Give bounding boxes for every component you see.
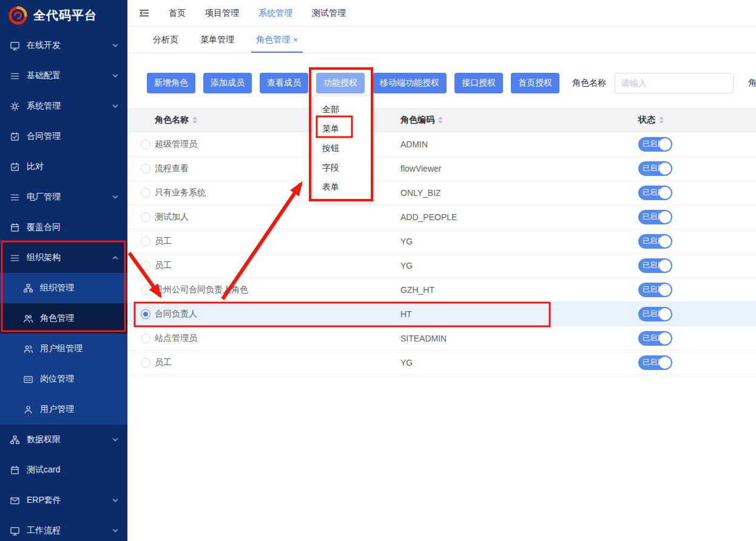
sort-carets-icon[interactable] (659, 116, 664, 124)
dropdown-item-按钮[interactable]: 按钮 (314, 139, 372, 158)
topnav-item-项目管理[interactable]: 项目管理 (195, 8, 249, 19)
table-row-HT[interactable]: 合同负责人HT已启用 (127, 302, 756, 326)
sort-carets-icon[interactable] (192, 116, 197, 124)
sidebar-item-label: 合同管理 (27, 131, 119, 142)
page-tabbar: 分析页菜单管理角色管理× (127, 27, 756, 53)
row-radio[interactable] (141, 164, 150, 173)
dropdown-item-字段[interactable]: 字段 (314, 158, 372, 178)
table-row-ADMIN[interactable]: 超级管理员ADMIN已启用 (127, 132, 756, 156)
dropdown-item-表单[interactable]: 表单 (314, 178, 372, 197)
status-toggle[interactable]: 已启用 (638, 137, 672, 152)
mail-icon (10, 496, 20, 506)
tab-角色管理[interactable]: 角色管理× (245, 27, 309, 53)
role-name-cell: 贵州公司合同负责人角色 (155, 284, 400, 295)
chevron-down-icon (112, 436, 119, 443)
table-row-ONLY_BIZ[interactable]: 只有业务系统ONLY_BIZ已启用 (127, 181, 756, 205)
button-移动端功能授权[interactable]: 移动端功能授权 (373, 73, 447, 93)
status-cell: 已启用 (638, 355, 756, 370)
sidebar-item-ERP套件[interactable]: ERP套件 (0, 485, 127, 516)
sidebar-item-覆盖合同[interactable]: 覆盖合同 (0, 212, 127, 243)
org-icon (10, 435, 20, 445)
status-toggle-knob (659, 260, 671, 272)
topnav-item-首页[interactable]: 首页 (159, 8, 195, 19)
status-toggle[interactable]: 已启用 (638, 258, 672, 273)
sidebar-item-比对[interactable]: 比对 (0, 152, 127, 182)
tab-close-icon[interactable]: × (293, 35, 298, 44)
row-radio[interactable] (141, 358, 150, 368)
button-添加成员[interactable]: 添加成员 (203, 73, 252, 93)
table-row-YG[interactable]: 员工YG已启用 (127, 229, 756, 254)
role-name-filter-input[interactable] (615, 73, 734, 93)
row-radio[interactable] (141, 188, 150, 198)
role-code-cell: YG (400, 237, 638, 246)
sidebar-item-组织架构[interactable]: 组织架构 (0, 243, 127, 273)
sidebar-item-label: ERP套件 (27, 495, 112, 506)
sidebar-subitem-用户组管理[interactable]: 用户组管理 (0, 334, 127, 364)
topnav-item-测试管理[interactable]: 测试管理 (302, 8, 356, 19)
button-新增角色[interactable]: 新增角色 (147, 73, 195, 93)
role-code-cell: ONLY_BIZ (400, 188, 638, 198)
sort-carets-icon[interactable] (438, 116, 443, 124)
sidebar-subitem-岗位管理[interactable]: 岗位管理 (0, 364, 127, 394)
topnav-item-系统管理[interactable]: 系统管理 (249, 8, 302, 19)
sidebar-item-电厂管理[interactable]: 电厂管理 (0, 182, 127, 212)
tab-菜单管理[interactable]: 菜单管理 (189, 27, 245, 53)
role-code-cell: HT (400, 309, 638, 319)
table-row-YG[interactable]: 员工YG已启用 (127, 351, 756, 375)
sidebar-item-在线开发[interactable]: 在线开发 (0, 30, 127, 61)
tab-分析页[interactable]: 分析页 (142, 27, 189, 53)
sidebar-subitem-用户管理[interactable]: 用户管理 (0, 394, 127, 425)
button-查看成员[interactable]: 查看成员 (260, 73, 308, 93)
row-radio[interactable] (141, 212, 150, 222)
sidebar-item-label: 组织架构 (27, 252, 112, 263)
status-toggle[interactable]: 已启用 (638, 307, 672, 321)
row-radio[interactable] (141, 237, 150, 246)
sidebar-item-工作流程[interactable]: 工作流程 (0, 516, 127, 541)
sidebar-item-数据权限[interactable]: 数据权限 (0, 425, 127, 455)
chevron-down-icon (112, 193, 119, 201)
button-接口授权[interactable]: 接口授权 (454, 73, 503, 93)
status-toggle-knob (659, 211, 671, 223)
status-toggle[interactable]: 已启用 (638, 161, 672, 176)
brand-logo-icon (8, 5, 28, 25)
sidebar-item-基础配置[interactable]: 基础配置 (0, 61, 127, 91)
row-radio[interactable] (141, 309, 150, 319)
status-toggle[interactable]: 已启用 (638, 234, 672, 249)
status-toggle[interactable]: 已启用 (638, 186, 672, 200)
sidebar-item-测试card[interactable]: 测试card (0, 455, 127, 485)
status-toggle[interactable]: 已启用 (638, 210, 672, 224)
dropdown-item-全部[interactable]: 全部 (314, 100, 372, 119)
sidebar-item-合同管理[interactable]: 合同管理 (0, 121, 127, 152)
sidebar-subitem-组织管理[interactable]: 组织管理 (0, 273, 127, 303)
row-radio[interactable] (141, 139, 150, 149)
status-toggle[interactable]: 已启用 (638, 331, 672, 346)
role-code-cell: flowViewer (400, 164, 638, 173)
row-radio[interactable] (141, 334, 150, 343)
status-toggle-knob (659, 187, 671, 199)
tab-label: 分析页 (153, 35, 178, 45)
button-功能授权[interactable]: 功能授权 (316, 73, 365, 93)
table-header-row: 角色名称角色编码状态 (127, 108, 756, 132)
button-首页授权[interactable]: 首页授权 (511, 73, 559, 93)
sidebar-subitem-label: 组织管理 (40, 283, 119, 294)
chevron-down-icon (112, 102, 119, 110)
table-row-ADD_PEOPLE[interactable]: 测试加人ADD_PEOPLE已启用 (127, 205, 756, 229)
dropdown-item-菜单[interactable]: 菜单 (314, 119, 372, 139)
table-row-YG[interactable]: 员工YG已启用 (127, 254, 756, 278)
status-toggle[interactable]: 已启用 (638, 283, 672, 297)
status-toggle[interactable]: 已启用 (638, 355, 672, 370)
idcard-icon (23, 374, 33, 385)
contract-icon (10, 162, 20, 172)
table-row-SITEADMIN[interactable]: 站点管理员SITEADMIN已启用 (127, 326, 756, 351)
sidebar-subitem-角色管理[interactable]: 角色管理 (0, 303, 127, 334)
tab-label: 菜单管理 (200, 35, 234, 45)
row-radio[interactable] (141, 285, 150, 295)
sidebar-item-系统管理[interactable]: 系统管理 (0, 91, 127, 121)
toolbar: 新增角色添加成员查看成员功能授权移动端功能授权接口授权首页授权 角色名称 角 (147, 73, 756, 93)
menu-fold-icon[interactable] (137, 7, 150, 20)
app-title: 全代码平台 (33, 7, 97, 24)
table-row-GZH_HT[interactable]: 贵州公司合同负责人角色GZH_HT已启用 (127, 278, 756, 302)
row-radio[interactable] (141, 261, 150, 270)
sidebar-item-label: 覆盖合同 (27, 222, 119, 233)
table-row-flowViewer[interactable]: 流程查看flowViewer已启用 (127, 156, 756, 181)
